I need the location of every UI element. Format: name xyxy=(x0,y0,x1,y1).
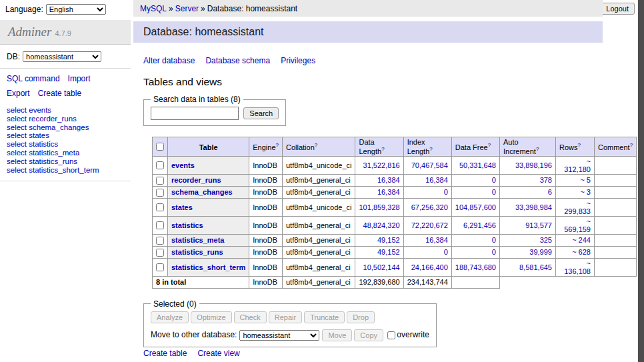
data-length-link[interactable]: 16,384 xyxy=(377,188,400,196)
sidebar-table-link[interactable]: select schema_changes xyxy=(7,123,89,131)
table-row[interactable]: recorder_runs InnoDB utf8mb4_general_ci … xyxy=(153,174,637,186)
column-help-icon[interactable]: ? xyxy=(578,142,581,148)
table-row[interactable]: states InnoDB utf8mb4_unicode_ci 101,859… xyxy=(153,198,637,216)
table-name-link[interactable]: schema_changes xyxy=(171,188,233,196)
row-checkbox[interactable] xyxy=(156,249,164,257)
column-header[interactable]: Table xyxy=(168,137,249,157)
selected-action-button[interactable]: Drop xyxy=(347,311,375,323)
breadcrumb-server-link[interactable]: Server xyxy=(175,4,199,13)
db-nav-link[interactable]: Alter database xyxy=(143,56,195,65)
rows-link[interactable]: ~ 136,108 xyxy=(564,259,591,275)
column-header[interactable]: Engine? xyxy=(249,137,283,157)
data-length-link[interactable]: 16,384 xyxy=(377,176,400,184)
data-free-link[interactable]: 50,331,648 xyxy=(459,161,496,169)
column-help-icon[interactable]: ? xyxy=(381,146,384,152)
db-nav-link[interactable]: Database schema xyxy=(205,56,270,65)
rows-link[interactable]: ~ 299,833 xyxy=(564,199,591,215)
row-checkbox[interactable] xyxy=(156,189,164,197)
row-checkbox[interactable] xyxy=(156,237,164,245)
column-header[interactable]: Collation? xyxy=(283,137,355,157)
rows-link[interactable]: ~ 244 xyxy=(572,236,591,244)
column-help-icon[interactable]: ? xyxy=(488,142,491,148)
column-header[interactable]: Index Length? xyxy=(403,137,451,157)
column-header[interactable]: Auto Increment? xyxy=(499,137,555,157)
selected-action-button[interactable]: Check xyxy=(234,311,267,323)
column-header[interactable]: Data Length? xyxy=(355,137,403,157)
row-checkbox[interactable] xyxy=(156,263,164,271)
sidebar-table-link[interactable]: select states xyxy=(7,131,49,139)
index-length-link[interactable]: 16,384 xyxy=(425,176,448,184)
table-name-link[interactable]: states xyxy=(171,203,193,211)
index-length-link[interactable]: 0 xyxy=(444,248,448,256)
column-help-icon[interactable]: ? xyxy=(630,142,633,148)
table-row[interactable]: schema_changes InnoDB utf8mb4_general_ci… xyxy=(153,186,637,198)
app-logo-link[interactable]: Adminer xyxy=(8,25,51,39)
search-input[interactable] xyxy=(151,107,239,120)
move-db-select[interactable]: homeassistant xyxy=(239,330,319,341)
rows-link[interactable]: ~ 628 xyxy=(572,248,591,256)
table-row[interactable]: statistics_runs InnoDB utf8mb4_general_c… xyxy=(153,246,637,258)
index-length-link[interactable]: 0 xyxy=(444,188,448,196)
table-row[interactable]: statistics InnoDB utf8mb4_general_ci 48,… xyxy=(153,216,637,234)
selected-action-button[interactable]: Repair xyxy=(269,311,302,323)
data-free-link[interactable]: 0 xyxy=(492,188,496,196)
rows-link[interactable]: ~ 5 xyxy=(580,176,591,184)
table-row[interactable]: statistics_meta InnoDB utf8mb4_general_c… xyxy=(153,234,637,246)
column-header[interactable]: Data Free? xyxy=(451,137,499,157)
column-header[interactable]: Rows? xyxy=(555,137,594,157)
select-all-checkbox[interactable] xyxy=(156,143,164,151)
overwrite-checkbox[interactable] xyxy=(387,331,395,339)
column-help-icon[interactable]: ? xyxy=(536,146,539,152)
data-free-link[interactable]: 6,291,456 xyxy=(463,221,496,229)
data-free-link[interactable]: 0 xyxy=(492,236,496,244)
sidebar-table-link[interactable]: select statistics_short_term xyxy=(7,166,99,174)
sidebar-table-link[interactable]: select recorder_runs xyxy=(7,115,77,123)
table-row[interactable]: events InnoDB utf8mb4_unicode_ci 31,522,… xyxy=(153,156,637,174)
language-select[interactable]: English xyxy=(46,4,106,15)
index-length-link[interactable]: 24,166,400 xyxy=(411,263,448,271)
selected-action-button[interactable]: Truncate xyxy=(304,311,345,323)
data-length-link[interactable]: 10,502,144 xyxy=(363,263,400,271)
menu-action-link[interactable]: SQL command xyxy=(7,74,60,83)
data-length-link[interactable]: 49,152 xyxy=(377,236,400,244)
row-checkbox[interactable] xyxy=(156,203,164,211)
breadcrumb-mysql-link[interactable]: MySQL xyxy=(140,4,167,13)
column-help-icon[interactable]: ? xyxy=(276,142,279,148)
table-footer-link[interactable]: Create table xyxy=(143,349,187,358)
sidebar-table-link[interactable]: select events xyxy=(7,106,51,114)
table-name-link[interactable]: statistics_runs xyxy=(171,248,223,256)
db-nav-link[interactable]: Privileges xyxy=(281,56,315,65)
sidebar-table-link[interactable]: select statistics_meta xyxy=(7,149,79,157)
auto-increment-link[interactable]: 378 xyxy=(540,176,552,184)
auto-increment-link[interactable]: 6 xyxy=(548,188,552,196)
table-name-link[interactable]: statistics_meta xyxy=(171,236,225,244)
auto-increment-link[interactable]: 39,999 xyxy=(529,248,552,256)
data-length-link[interactable]: 31,522,816 xyxy=(363,161,400,169)
row-checkbox[interactable] xyxy=(156,221,164,229)
row-checkbox[interactable] xyxy=(156,177,164,185)
auto-increment-link[interactable]: 325 xyxy=(540,236,552,244)
data-free-link[interactable]: 104,857,600 xyxy=(455,203,496,211)
column-help-icon[interactable]: ? xyxy=(315,142,317,148)
data-length-link[interactable]: 48,824,320 xyxy=(363,221,400,229)
menu-action-link[interactable]: Create table xyxy=(38,89,81,98)
index-length-link[interactable]: 16,384 xyxy=(425,236,448,244)
selected-action-button[interactable]: Analyze xyxy=(151,311,189,323)
data-length-link[interactable]: 101,859,328 xyxy=(359,203,399,211)
table-name-link[interactable]: recorder_runs xyxy=(171,176,221,184)
selected-action-button[interactable]: Optimize xyxy=(191,311,231,323)
column-help-icon[interactable]: ? xyxy=(429,146,432,152)
auto-increment-link[interactable]: 8,581,645 xyxy=(519,263,552,271)
table-name-link[interactable]: events xyxy=(171,161,195,169)
sidebar-table-link[interactable]: select statistics_runs xyxy=(7,157,77,165)
table-footer-link[interactable]: Create view xyxy=(197,349,239,358)
scrollbar[interactable] xyxy=(637,0,644,362)
table-row[interactable]: statistics_short_term InnoDB utf8mb4_gen… xyxy=(153,258,637,276)
rows-link[interactable]: ~ 312,180 xyxy=(564,157,591,173)
column-header[interactable]: Comment? xyxy=(594,137,636,157)
data-free-link[interactable]: 0 xyxy=(492,176,496,184)
rows-link[interactable]: ~ 569,159 xyxy=(564,217,591,233)
table-name-link[interactable]: statistics xyxy=(171,221,203,229)
scrollbar-thumb[interactable] xyxy=(638,0,644,362)
row-checkbox[interactable] xyxy=(156,161,164,169)
